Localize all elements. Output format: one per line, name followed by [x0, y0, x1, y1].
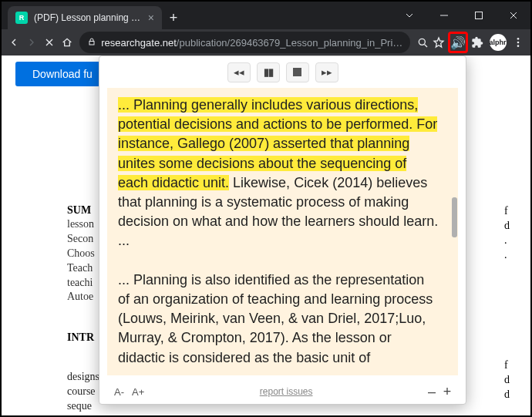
read-aloud-popup: ◂◂ ▮▮ ▸▸ ... Planning generally includes…: [99, 55, 466, 405]
browser-toolbar: researchgate.net /publication/269463679_…: [2, 29, 530, 55]
page-content: Download fu SUM lesson Secon Choos Teach…: [2, 55, 530, 415]
pause-button[interactable]: ▮▮: [257, 62, 280, 82]
zoom-in-button[interactable]: +: [439, 384, 455, 400]
bg-right-fragments-2: f d d: [504, 358, 513, 402]
back-button[interactable]: [6, 31, 22, 54]
reader-content: ... Planning generally includes various …: [107, 88, 450, 375]
browser-tab[interactable]: R (PDF) Lesson planning in Primary ×: [8, 6, 162, 29]
font-increase-button[interactable]: A+: [128, 385, 148, 399]
reader-footer: A- A+ report issues – +: [99, 380, 466, 404]
zoom-reset-icon[interactable]: [415, 32, 429, 53]
rewind-button[interactable]: ◂◂: [227, 62, 251, 82]
minimize-button[interactable]: [426, 2, 461, 29]
playback-controls: ◂◂ ▮▮ ▸▸: [99, 56, 466, 88]
extensions-puzzle-icon[interactable]: [470, 32, 484, 53]
svg-rect-1: [89, 41, 94, 45]
close-window-button[interactable]: [496, 2, 530, 29]
favicon: R: [15, 12, 28, 24]
profile-avatar[interactable]: alphr: [490, 34, 507, 51]
stop-reload-button[interactable]: [42, 31, 58, 54]
fast-forward-button[interactable]: ▸▸: [315, 62, 338, 82]
read-aloud-extension-button[interactable]: 🔊: [448, 32, 468, 53]
titlebar: R (PDF) Lesson planning in Primary × +: [2, 2, 530, 29]
chevron-down-icon[interactable]: [392, 2, 426, 29]
download-button[interactable]: Download fu: [15, 62, 102, 86]
url-path: /publication/269463679_Lesson_planning_i…: [177, 37, 402, 49]
maximize-button[interactable]: [461, 2, 496, 29]
new-tab-button[interactable]: +: [162, 6, 185, 29]
forward-button[interactable]: [24, 31, 40, 54]
stop-icon: [293, 68, 301, 76]
bg-right-fragments: f d . .: [504, 204, 513, 263]
svg-point-4: [517, 42, 520, 44]
speaker-icon: 🔊: [450, 35, 466, 50]
close-tab-icon[interactable]: ×: [148, 12, 154, 24]
bookmark-star-icon[interactable]: [432, 32, 446, 53]
url-domain: researchgate.net: [101, 37, 177, 49]
report-issues-link[interactable]: report issues: [260, 386, 313, 397]
svg-point-3: [517, 38, 520, 40]
kebab-menu-icon[interactable]: [511, 32, 526, 53]
svg-point-5: [517, 45, 520, 47]
svg-rect-0: [475, 12, 482, 19]
window-controls: [392, 2, 530, 29]
address-bar[interactable]: researchgate.net /publication/269463679_…: [79, 32, 410, 53]
font-decrease-button[interactable]: A-: [110, 385, 128, 399]
home-button[interactable]: [59, 31, 75, 54]
reader-paragraph-2: ... Planning is also identified as the r…: [118, 271, 439, 368]
lock-icon: [87, 37, 96, 49]
reader-scrollbar[interactable]: [450, 88, 458, 375]
scrollbar-thumb[interactable]: [452, 197, 457, 237]
stop-button[interactable]: [286, 62, 309, 82]
download-label: Download fu: [32, 68, 93, 80]
svg-point-2: [419, 39, 425, 45]
tab-title: (PDF) Lesson planning in Primary: [34, 12, 142, 23]
reader-paragraph-1: ... Planning generally includes various …: [118, 96, 439, 251]
zoom-out-button[interactable]: –: [424, 384, 439, 400]
